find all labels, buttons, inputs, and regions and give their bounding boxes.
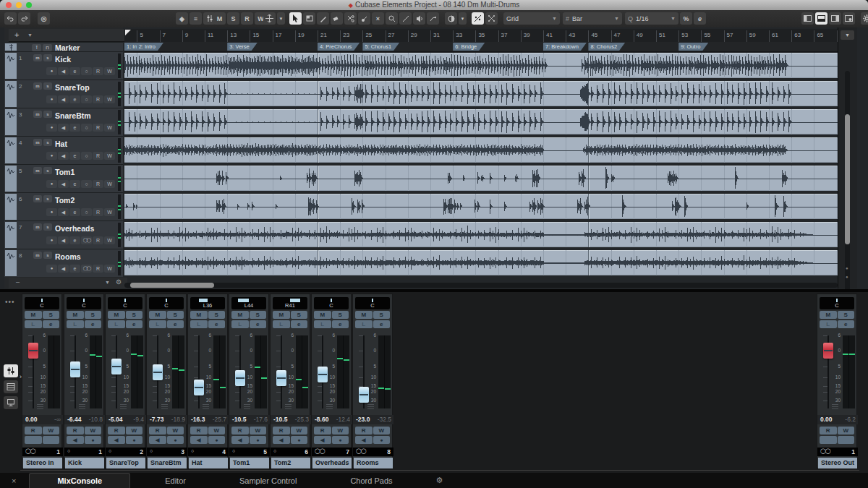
channel-edit-button[interactable]: e xyxy=(291,320,308,328)
project-activate-icon[interactable]: ◈ xyxy=(176,12,188,25)
horizontal-scrollbar-track[interactable] xyxy=(124,283,838,288)
channel-record-button[interactable]: ● xyxy=(291,436,308,444)
track-edit-button[interactable]: e xyxy=(69,180,80,188)
fader-handle[interactable] xyxy=(111,359,122,374)
channel-write-button[interactable]: W xyxy=(208,427,226,435)
channel-listen-button[interactable]: L xyxy=(820,320,837,328)
pan-control[interactable]: C xyxy=(314,297,349,309)
track-channel-mode-icon[interactable]: ○ xyxy=(81,180,92,188)
channel-mute-button[interactable]: M xyxy=(273,311,290,319)
marker-tag[interactable]: 7: Breakdown xyxy=(543,43,587,51)
mixconsole-menu-dots[interactable]: ••• xyxy=(5,298,15,306)
track-record-button[interactable]: ● xyxy=(46,208,57,216)
channel-write-button[interactable]: W xyxy=(126,427,143,435)
channel-monitor-button[interactable] xyxy=(25,436,42,444)
channel-listen-button[interactable]: L xyxy=(190,320,208,328)
track-mute-button[interactable]: m xyxy=(33,167,42,174)
snap-type-button[interactable] xyxy=(485,12,498,25)
track-row[interactable]: 7msOverheads●◀e◯◯RW xyxy=(4,221,123,249)
track-record-button[interactable]: ● xyxy=(46,124,57,132)
channel-read-button[interactable]: R xyxy=(231,427,249,435)
channel-listen-button[interactable]: L xyxy=(355,320,373,328)
channel-monitor-button[interactable]: ◀ xyxy=(273,436,290,444)
track-edit-button[interactable]: e xyxy=(69,67,80,75)
channel-record-button[interactable]: ● xyxy=(250,436,267,444)
channel-edit-button[interactable]: e xyxy=(43,320,60,328)
read-all-button[interactable]: R xyxy=(241,12,253,25)
track-mute-button[interactable]: m xyxy=(33,139,42,146)
channel-write-button[interactable]: W xyxy=(250,427,267,435)
track-row[interactable]: 2msSnareTop●◀e○RW xyxy=(4,80,123,108)
channel-record-button[interactable]: ● xyxy=(373,436,391,444)
track-record-button[interactable]: ● xyxy=(46,236,57,244)
track-mute-button[interactable]: m xyxy=(33,195,42,202)
track-write-button[interactable]: W xyxy=(104,124,115,132)
fader-handle[interactable] xyxy=(153,364,163,380)
marker-tag[interactable]: 1: Int xyxy=(124,43,137,51)
track-row[interactable]: 1msKick●◀e○RW xyxy=(4,51,123,80)
track-mute-button[interactable]: m xyxy=(33,252,42,259)
channel-name-label[interactable]: Hat xyxy=(189,458,228,468)
track-row[interactable]: 4msHat●◀e○RW xyxy=(4,136,123,164)
track-monitor-button[interactable]: ◀ xyxy=(58,265,69,273)
mixer-racks-view-button[interactable] xyxy=(4,380,18,393)
track-solo-button[interactable]: s xyxy=(43,223,52,231)
channel-solo-button[interactable]: S xyxy=(373,311,391,319)
track-record-button[interactable]: ● xyxy=(46,180,57,188)
toolbar-setup-gear-icon[interactable] xyxy=(861,12,868,25)
track-edit-button[interactable]: e xyxy=(69,265,80,273)
channel-solo-button[interactable]: S xyxy=(167,311,184,319)
channel-listen-button[interactable]: L xyxy=(149,320,166,328)
channel-listen-button[interactable]: L xyxy=(67,320,84,328)
channel-listen-button[interactable]: L xyxy=(231,320,249,328)
add-track-caret[interactable]: ▼ xyxy=(27,33,33,38)
audio-events-canvas[interactable] xyxy=(124,51,838,277)
track-read-button[interactable]: R xyxy=(93,152,103,160)
channel-mute-button[interactable]: M xyxy=(820,311,837,319)
solo-all-button[interactable]: S xyxy=(227,12,239,25)
channel-read-button[interactable]: R xyxy=(190,427,208,435)
channel-listen-button[interactable]: L xyxy=(108,320,125,328)
track-visibility-icon[interactable]: ≡ xyxy=(190,12,202,25)
pan-control[interactable]: C xyxy=(108,297,142,309)
track-solo-button[interactable]: s xyxy=(43,167,52,174)
channel-solo-button[interactable]: S xyxy=(250,311,267,319)
track-row[interactable]: 8msRooms●◀e◯◯RW xyxy=(4,249,123,277)
marker-tag[interactable]: 5: Chorus1 xyxy=(362,43,399,51)
channel-monitor-button[interactable]: ◀ xyxy=(108,436,125,444)
channel-read-button[interactable]: R xyxy=(25,427,42,435)
play-tool[interactable] xyxy=(413,12,425,25)
object-selection-tool[interactable] xyxy=(289,12,302,25)
channel-mute-button[interactable]: M xyxy=(231,311,249,319)
autoscroll-button[interactable] xyxy=(263,12,276,25)
channel-listen-button[interactable]: L xyxy=(273,320,290,328)
color-tool[interactable] xyxy=(427,12,439,25)
channel-mute-button[interactable]: M xyxy=(149,311,166,319)
track-row[interactable]: 3msSnareBtm●◀e○RW xyxy=(4,108,123,136)
channel-read-button[interactable]: R xyxy=(149,427,166,435)
autoscroll-options-caret[interactable]: ▼ xyxy=(277,12,285,25)
lower-zone-toggle[interactable] xyxy=(815,12,827,25)
track-channel-mode-icon[interactable]: ◯◯ xyxy=(81,265,92,273)
timeline-ruler[interactable]: 5791113151719212325272931333537394143454… xyxy=(124,29,838,43)
channel-read-button[interactable]: R xyxy=(355,427,373,435)
channel-solo-button[interactable]: S xyxy=(43,311,60,319)
channel-write-button[interactable]: W xyxy=(838,427,855,435)
channel-solo-button[interactable]: S xyxy=(208,311,226,319)
pan-control[interactable]: R41 xyxy=(273,297,307,309)
channel-write-button[interactable]: W xyxy=(332,427,349,435)
fader-handle[interactable] xyxy=(276,370,286,386)
iterative-quantize-button[interactable]: % xyxy=(680,12,692,25)
marker-lane[interactable]: 1: Int2: Intro3: Verse4: PreChorus5: Cho… xyxy=(124,42,838,52)
track-mute-button[interactable]: m xyxy=(33,54,42,61)
quantize-panel-button[interactable]: e xyxy=(694,12,706,25)
vertical-zoom-dot[interactable]: ● xyxy=(846,266,848,270)
fader-handle[interactable] xyxy=(235,370,245,386)
track-monitor-button[interactable]: ◀ xyxy=(58,180,69,188)
track-solo-button[interactable]: s xyxy=(43,111,52,118)
track-write-button[interactable]: W xyxy=(104,208,115,216)
track-edit-button[interactable]: e xyxy=(69,208,80,216)
vertical-zoom-dot2[interactable]: ● xyxy=(846,275,848,279)
track-record-button[interactable]: ● xyxy=(46,95,57,103)
channel-mute-button[interactable]: M xyxy=(108,311,125,319)
